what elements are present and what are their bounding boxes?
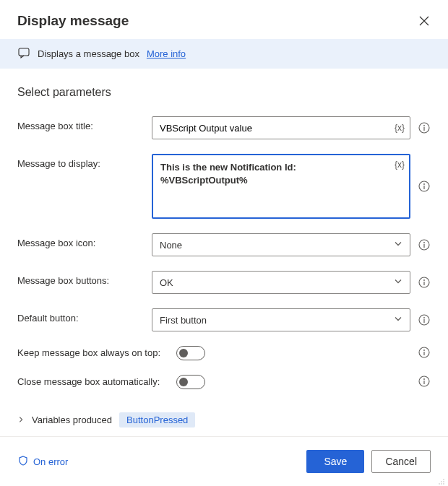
row-icon: Message box icon: None [17, 233, 431, 256]
buttons-select[interactable]: OK [152, 271, 410, 294]
info-icon[interactable] [418, 180, 431, 193]
chevron-right-icon [17, 415, 25, 425]
svg-point-24 [443, 481, 444, 482]
svg-point-8 [423, 242, 425, 243]
buttons-select-value: OK [160, 277, 173, 288]
info-icon[interactable] [418, 276, 431, 289]
section-title: Select parameters [17, 86, 431, 99]
svg-rect-12 [423, 282, 424, 285]
default-button-select-value: First button [160, 315, 207, 326]
svg-rect-9 [423, 244, 424, 248]
svg-point-26 [441, 483, 442, 485]
label-default-button: Default button: [17, 308, 152, 324]
auto-close-toggle[interactable] [176, 375, 205, 389]
on-error-label: On error [33, 456, 68, 467]
chevron-down-icon [394, 277, 402, 288]
close-icon [419, 16, 429, 26]
label-message: Message to display: [17, 154, 152, 169]
svg-rect-6 [423, 186, 424, 189]
row-title: Message box title: {x} [17, 116, 431, 139]
svg-point-5 [423, 183, 425, 185]
svg-point-23 [441, 481, 442, 482]
svg-point-25 [439, 483, 440, 485]
message-input[interactable]: This is the new Notification Id: %VBScri… [152, 154, 410, 219]
always-on-top-toggle[interactable] [176, 346, 205, 360]
svg-rect-21 [423, 381, 424, 384]
icon-select-value: None [160, 240, 182, 251]
chevron-down-icon [394, 240, 402, 251]
info-banner: Displays a message box More info [0, 39, 448, 69]
variables-produced-row[interactable]: Variables produced ButtonPressed [17, 404, 431, 428]
title-input[interactable] [152, 116, 410, 139]
chevron-down-icon [394, 315, 402, 326]
shield-icon [17, 455, 29, 469]
svg-rect-3 [423, 127, 424, 131]
info-icon[interactable] [418, 375, 431, 388]
svg-point-20 [423, 378, 425, 380]
save-button[interactable]: Save [306, 450, 364, 473]
resize-grip[interactable] [438, 476, 445, 483]
label-title: Message box title: [17, 116, 152, 131]
row-message: Message to display: This is the new Noti… [17, 154, 431, 219]
info-icon[interactable] [418, 121, 431, 134]
info-icon[interactable] [418, 238, 431, 251]
banner-text: Displays a message box [38, 48, 139, 59]
dialog-header: Display message [0, 0, 448, 39]
label-buttons: Message box buttons: [17, 271, 152, 286]
more-info-link[interactable]: More info [147, 48, 186, 59]
close-button[interactable] [418, 14, 431, 27]
svg-point-27 [443, 483, 444, 485]
svg-rect-0 [19, 48, 29, 56]
label-auto-close: Close message box automatically: [17, 375, 176, 387]
svg-rect-15 [423, 319, 424, 323]
svg-point-11 [423, 279, 425, 281]
default-button-select[interactable]: First button [152, 308, 410, 331]
content-area: Select parameters Message box title: {x}… [0, 69, 448, 436]
icon-select[interactable]: None [152, 233, 410, 256]
variables-produced-label: Variables produced [32, 415, 112, 425]
variable-badge[interactable]: ButtonPressed [119, 412, 195, 428]
svg-point-22 [443, 479, 444, 480]
row-buttons: Message box buttons: OK [17, 271, 431, 294]
svg-point-2 [423, 125, 425, 126]
dialog-footer: On error Save Cancel [0, 436, 448, 486]
dialog-title: Display message [17, 13, 129, 29]
variable-picker-icon[interactable]: {x} [395, 123, 405, 133]
cancel-button[interactable]: Cancel [371, 450, 431, 473]
on-error-link[interactable]: On error [17, 455, 68, 469]
svg-rect-18 [423, 352, 424, 355]
label-icon: Message box icon: [17, 233, 152, 248]
svg-point-17 [423, 350, 425, 351]
svg-point-14 [423, 317, 425, 318]
message-icon [17, 46, 30, 61]
info-icon[interactable] [418, 346, 431, 359]
label-always-on-top: Keep message box always on top: [17, 346, 176, 358]
variable-picker-icon[interactable]: {x} [395, 160, 405, 170]
row-auto-close: Close message box automatically: [17, 375, 431, 389]
info-icon[interactable] [418, 313, 431, 326]
row-default-button: Default button: First button [17, 308, 431, 331]
row-always-on-top: Keep message box always on top: [17, 346, 431, 360]
